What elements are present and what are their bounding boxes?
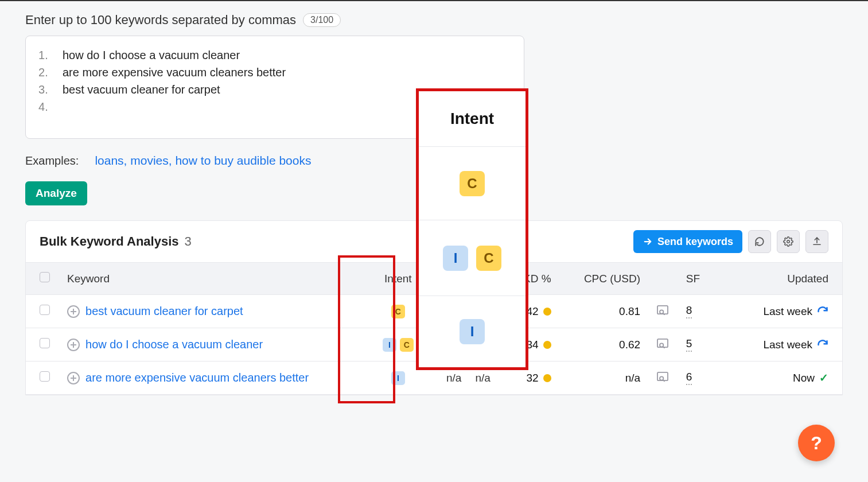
intent-badge-c: C: [391, 305, 405, 318]
intent-badge-i: I: [383, 338, 396, 352]
check-icon: ✓: [819, 371, 828, 384]
gear-icon: [783, 236, 793, 247]
column-trend[interactable]: end: [436, 263, 499, 295]
column-kd[interactable]: KD %: [499, 263, 559, 295]
expand-icon[interactable]: [67, 339, 80, 351]
trend-na: n/a: [475, 372, 490, 384]
kd-dot-icon: [543, 341, 551, 349]
page-title: Enter up to 100 keywords separated by co…: [25, 13, 296, 28]
keyword-link[interactable]: how do I choose a vacuum cleaner: [85, 338, 263, 351]
results-title: Bulk Keyword Analysis: [40, 234, 178, 248]
keyword-count-badge: 3/100: [303, 13, 341, 27]
refresh-button[interactable]: [748, 230, 771, 253]
svg-point-0: [787, 240, 790, 243]
serp-features-icon[interactable]: [656, 305, 669, 315]
table-row: best vacuum cleaner for carpet C 42 0.81…: [26, 295, 842, 328]
svg-point-8: [660, 376, 663, 380]
keyword-line[interactable]: how do I choose a vacuum cleaner: [63, 46, 240, 64]
intent-badge-c: C: [400, 338, 414, 352]
refresh-icon: [754, 236, 765, 247]
cpc-value: 0.62: [559, 328, 648, 362]
examples-label: Examples:: [25, 154, 79, 168]
kd-dot-icon: [543, 374, 551, 382]
keyword-link[interactable]: best vacuum cleaner for carpet: [85, 305, 243, 318]
row-refresh-icon[interactable]: [817, 306, 828, 317]
column-sf[interactable]: SF: [678, 263, 711, 295]
column-updated[interactable]: Updated: [711, 263, 842, 295]
keywords-input[interactable]: how do I choose a vacuum cleaner are mor…: [25, 36, 524, 139]
trend-sparkline: [444, 338, 476, 352]
export-button[interactable]: [805, 230, 828, 253]
serp-features-icon[interactable]: [656, 371, 669, 382]
trend-na-extra: n/a: [446, 372, 461, 384]
sf-value[interactable]: 6: [686, 371, 692, 385]
updated-text: Last week: [763, 339, 812, 351]
export-icon: [812, 236, 822, 247]
select-all-checkbox[interactable]: [40, 272, 50, 282]
keyword-line[interactable]: are more expensive vacuum cleaners bette…: [63, 64, 286, 81]
sf-value[interactable]: 8: [686, 304, 692, 318]
table-row: are more expensive vacuum cleaners bette…: [26, 362, 842, 395]
send-icon: [643, 236, 653, 247]
keyword-line[interactable]: best vacuum cleaner for carpet: [63, 81, 220, 98]
serp-features-icon[interactable]: [656, 338, 669, 348]
help-fab[interactable]: ?: [798, 425, 835, 461]
sf-value[interactable]: 5: [686, 337, 692, 352]
column-keyword[interactable]: Keyword: [59, 263, 360, 295]
intent-badge-i: I: [391, 371, 405, 385]
row-checkbox[interactable]: [40, 305, 50, 315]
row-checkbox[interactable]: [40, 338, 50, 348]
expand-icon[interactable]: [67, 305, 80, 318]
kd-value: 32: [526, 372, 538, 384]
svg-point-5: [660, 343, 663, 347]
kd-dot-icon: [543, 308, 551, 316]
keyword-link[interactable]: are more expensive vacuum cleaners bette…: [85, 371, 309, 384]
kd-value: 34: [526, 339, 538, 351]
table-row: how do I choose a vacuum cleaner I C 34 …: [26, 328, 842, 362]
send-keywords-button[interactable]: Send keywords: [633, 230, 742, 253]
results-panel: Bulk Keyword Analysis 3 Send keywords: [25, 220, 843, 395]
row-checkbox[interactable]: [40, 371, 50, 382]
analyze-button[interactable]: Analyze: [25, 181, 87, 205]
results-count: 3: [185, 234, 192, 248]
svg-point-2: [660, 310, 663, 313]
expand-icon[interactable]: [67, 372, 80, 384]
examples-link[interactable]: loans, movies, how to buy audible books: [95, 154, 311, 168]
settings-button[interactable]: [777, 230, 800, 253]
kd-value: 42: [526, 305, 538, 318]
updated-text: Now: [793, 372, 815, 384]
send-keywords-label: Send keywords: [657, 236, 733, 248]
column-cpc[interactable]: CPC (USD): [559, 263, 648, 295]
cpc-value: 0.81: [559, 295, 648, 328]
cpc-value: n/a: [559, 362, 648, 395]
row-refresh-icon[interactable]: [817, 339, 828, 351]
updated-text: Last week: [763, 305, 812, 318]
trend-sparkline: [444, 305, 476, 318]
column-intent[interactable]: Intent: [360, 263, 437, 295]
